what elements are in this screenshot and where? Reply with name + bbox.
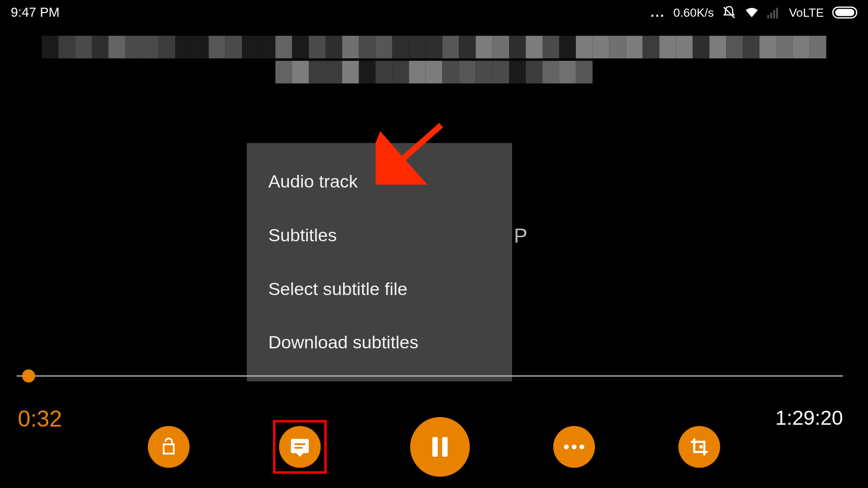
menu-item-download-subtitles[interactable]: Download subtitles — [247, 316, 512, 370]
seek-thumb[interactable] — [22, 370, 35, 383]
svg-rect-3 — [774, 10, 775, 18]
playback-controls — [0, 417, 868, 477]
video-title-censored — [36, 36, 832, 95]
status-volte: VoLTE — [789, 6, 824, 19]
menu-item-audio-track[interactable]: Audio track — [247, 155, 512, 209]
svg-point-11 — [699, 445, 703, 448]
status-more-icon: ... — [651, 5, 665, 20]
svg-rect-4 — [777, 8, 778, 19]
svg-rect-1 — [768, 15, 769, 19]
subtitle-audio-menu: Audio track Subtitles Select subtitle fi… — [247, 143, 512, 381]
subtitles-button[interactable] — [279, 426, 321, 468]
status-bar: 9:47 PM ... 0.60K/s — [0, 4, 868, 22]
svg-rect-7 — [442, 437, 448, 457]
lock-button[interactable] — [148, 426, 189, 468]
svg-point-9 — [572, 445, 577, 450]
background-text-fragment: P — [514, 224, 528, 247]
svg-rect-2 — [770, 13, 772, 19]
svg-point-10 — [580, 445, 585, 450]
battery-icon — [832, 7, 857, 19]
status-data-rate: 0.60K/s — [674, 6, 714, 19]
play-pause-button[interactable] — [410, 417, 470, 477]
wifi-icon — [745, 7, 760, 19]
menu-item-subtitles[interactable]: Subtitles — [247, 209, 512, 263]
pause-icon — [427, 434, 453, 460]
crop-icon — [689, 437, 709, 457]
subtitles-icon — [289, 436, 311, 457]
signal-icon — [768, 7, 781, 19]
more-horizontal-icon — [563, 443, 585, 450]
menu-item-select-subtitle-file[interactable]: Select subtitle file — [247, 262, 512, 316]
crop-aspect-button[interactable] — [679, 426, 720, 468]
annotation-highlight-box — [273, 420, 327, 474]
bell-mute-icon — [722, 5, 737, 20]
lock-open-icon — [159, 437, 179, 457]
status-right: ... 0.60K/s VoL — [651, 5, 857, 20]
svg-rect-6 — [432, 437, 438, 457]
svg-point-8 — [564, 445, 569, 450]
more-options-button[interactable] — [553, 426, 595, 468]
status-time: 9:47 PM — [11, 5, 60, 20]
seek-bar[interactable] — [17, 375, 843, 377]
